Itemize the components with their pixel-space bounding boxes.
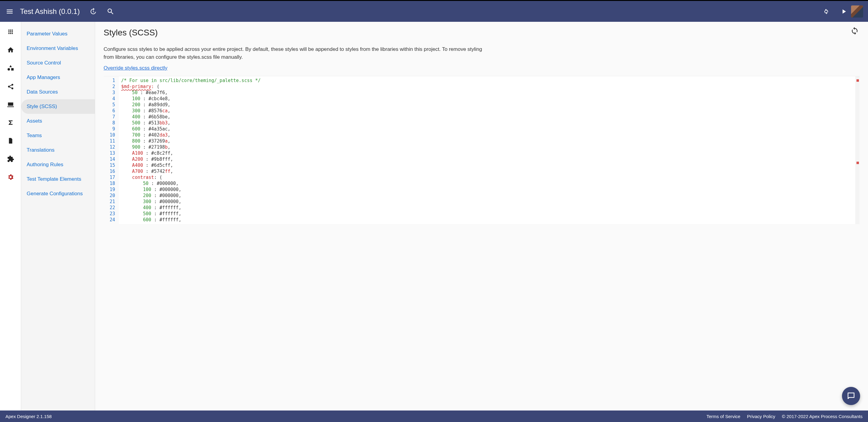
sidebar-item[interactable]: Authoring Rules <box>21 157 95 172</box>
minimap-marker <box>857 79 859 82</box>
sidebar-item[interactable]: Style (SCSS) <box>21 99 95 114</box>
extension-icon[interactable] <box>7 155 14 163</box>
play-icon[interactable] <box>840 7 848 16</box>
refresh-icon[interactable] <box>822 7 831 16</box>
apps-icon[interactable] <box>7 28 14 36</box>
page-description: Configure scss styles to be applied acro… <box>103 45 485 61</box>
sidebar-item[interactable]: Data Sources <box>21 85 95 99</box>
hamburger-menu-button[interactable] <box>5 7 14 17</box>
footer-copyright: © 2017-2022 Apex Process Consultants <box>782 414 863 419</box>
chat-button[interactable] <box>842 387 860 405</box>
footer-privacy-link[interactable]: Privacy Policy <box>747 414 775 419</box>
sidebar-item[interactable]: Teams <box>21 128 95 143</box>
page-title: Styles (SCSS) <box>103 28 860 37</box>
line-gutter: 123456789101112131415161718192021222324 <box>103 76 119 224</box>
file-icon[interactable] <box>7 137 14 145</box>
shapes-icon[interactable] <box>7 64 14 72</box>
code-body[interactable]: /* For use in src/lib/core/theming/_pale… <box>119 76 855 224</box>
sigma-icon[interactable] <box>7 119 14 127</box>
sidebar-item[interactable]: Source Control <box>21 56 95 70</box>
minimap[interactable] <box>855 76 860 224</box>
home-icon[interactable] <box>7 46 14 54</box>
top-bar: Test Ashish (0.0.1) <box>0 0 868 22</box>
main-area: Parameter ValuesEnvironment VariablesSou… <box>0 22 868 411</box>
sidebar-item[interactable]: Environment Variables <box>21 41 95 56</box>
avatar[interactable] <box>851 5 863 18</box>
footer-tos-link[interactable]: Terms of Service <box>707 414 741 419</box>
footer: Apex Designer 2.1.158 Terms of Service P… <box>0 411 868 422</box>
content-area: Styles (SCSS) Configure scss styles to b… <box>95 22 868 411</box>
sidebar-item[interactable]: Translations <box>21 143 95 157</box>
icon-rail <box>0 22 21 411</box>
override-link[interactable]: Override styles.scss directly <box>103 65 167 71</box>
minimap-marker <box>857 162 859 164</box>
sidebar-item[interactable]: Test Template Elements <box>21 172 95 187</box>
sync-icon[interactable] <box>850 27 860 36</box>
sidebar-item[interactable]: App Managers <box>21 70 95 85</box>
share-icon[interactable] <box>7 82 14 90</box>
sidebar-item[interactable]: Parameter Values <box>21 27 95 41</box>
search-icon[interactable] <box>106 7 115 16</box>
app-title: Test Ashish (0.0.1) <box>20 7 80 16</box>
code-editor[interactable]: 123456789101112131415161718192021222324 … <box>103 76 860 224</box>
settings-icon[interactable] <box>7 173 14 181</box>
side-menu: Parameter ValuesEnvironment VariablesSou… <box>21 22 95 411</box>
history-icon[interactable] <box>89 7 97 16</box>
sidebar-item[interactable]: Generate Configurations <box>21 187 95 201</box>
sidebar-item[interactable]: Assets <box>21 114 95 128</box>
laptop-icon[interactable] <box>7 100 14 108</box>
footer-version: Apex Designer 2.1.158 <box>5 414 52 419</box>
